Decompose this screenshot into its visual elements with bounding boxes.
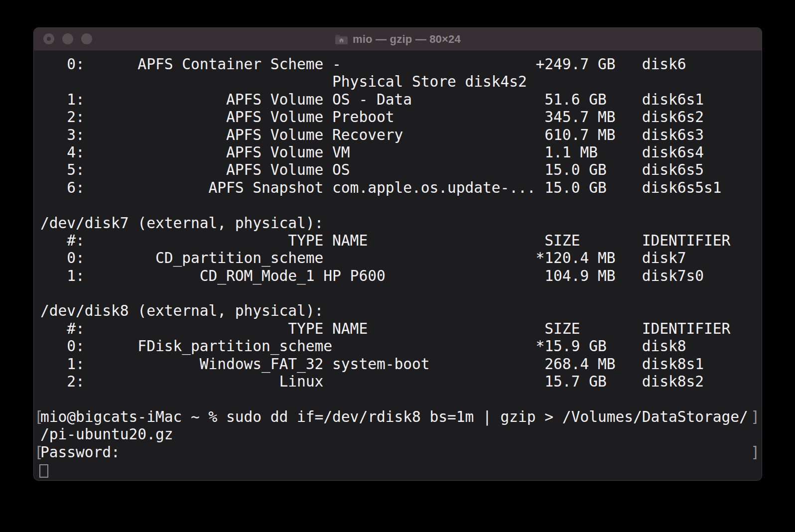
- terminal-line-text: 3: APFS Volume Recovery 610.7 MB disk6s3: [40, 127, 704, 143]
- terminal-line: 1: CD_ROM_Mode_1 HP P600 104.9 MB disk7s…: [40, 267, 762, 285]
- terminal-line: /pi-ubuntu20.gz: [40, 426, 762, 443]
- terminal-line: 1: APFS Volume OS - Data 51.6 GB disk6s1: [40, 91, 762, 109]
- terminal-line-text: #: TYPE NAME SIZE IDENTIFIER: [40, 320, 730, 337]
- home-folder-icon: [335, 34, 348, 45]
- zoom-button[interactable]: [81, 33, 92, 44]
- terminal-line-text: 5: APFS Volume OS 15.0 GB disk6s5: [40, 161, 704, 178]
- terminal-line-text: 0: CD_partition_scheme *120.4 MB disk7: [40, 250, 686, 266]
- terminal-line: 2: Linux 15.7 GB disk8s2: [40, 373, 762, 391]
- terminal-screen[interactable]: 0: APFS Container Scheme - +249.7 GB dis…: [34, 51, 762, 479]
- traffic-lights: [43, 33, 92, 44]
- titlebar[interactable]: mio — gzip — 80×24: [34, 28, 762, 51]
- terminal-line: Physical Store disk4s2: [40, 73, 762, 91]
- close-button[interactable]: [43, 33, 54, 44]
- terminal-line-text: #: TYPE NAME SIZE IDENTIFIER: [40, 232, 730, 249]
- terminal-line: [mio@bigcats-iMac ~ % sudo dd if=/dev/rd…: [40, 408, 762, 426]
- terminal-line-text: 2: APFS Volume Preboot 345.7 MB disk6s2: [40, 109, 704, 126]
- command-mark-right: ]: [751, 408, 760, 426]
- title-group: mio — gzip — 80×24: [335, 33, 461, 46]
- terminal-line-text: 2: Linux 15.7 GB disk8s2: [40, 373, 704, 390]
- terminal-line: /dev/disk7 (external, physical):: [40, 215, 762, 232]
- terminal-cursor: [39, 464, 48, 478]
- terminal-line: [40, 461, 762, 479]
- terminal-line: [40, 285, 762, 302]
- terminal-line-text: 1: Windows_FAT_32 system-boot 268.4 MB d…: [40, 356, 704, 373]
- command-mark-left: [: [34, 444, 43, 461]
- terminal-line: /dev/disk8 (external, physical):: [40, 302, 762, 320]
- terminal-line-text: Password:: [40, 444, 120, 461]
- terminal-line-text: 1: CD_ROM_Mode_1 HP P600 104.9 MB disk7s…: [40, 267, 704, 284]
- terminal-line: 0: APFS Container Scheme - +249.7 GB dis…: [40, 56, 762, 73]
- terminal-line: [40, 197, 762, 214]
- terminal-line-text: mio@bigcats-iMac ~ % sudo dd if=/dev/rdi…: [40, 408, 748, 425]
- terminal-line: 1: Windows_FAT_32 system-boot 268.4 MB d…: [40, 356, 762, 373]
- terminal-line-text: 4: APFS Volume VM 1.1 MB disk6s4: [40, 144, 704, 161]
- terminal-line: 2: APFS Volume Preboot 345.7 MB disk6s2: [40, 109, 762, 126]
- terminal-line: #: TYPE NAME SIZE IDENTIFIER: [40, 232, 762, 250]
- terminal-line: 0: CD_partition_scheme *120.4 MB disk7: [40, 250, 762, 267]
- terminal-line-text: 0: FDisk_partition_scheme *15.9 GB disk8: [40, 338, 686, 355]
- window-title: mio — gzip — 80×24: [353, 33, 461, 46]
- terminal-line: 5: APFS Volume OS 15.0 GB disk6s5: [40, 161, 762, 179]
- terminal-line: 3: APFS Volume Recovery 610.7 MB disk6s3: [40, 127, 762, 144]
- terminal-line-text: /pi-ubuntu20.gz: [40, 426, 173, 443]
- terminal-line-text: 0: APFS Container Scheme - +249.7 GB dis…: [40, 56, 686, 73]
- terminal-line: 0: FDisk_partition_scheme *15.9 GB disk8: [40, 338, 762, 355]
- terminal-line-text: /dev/disk8 (external, physical):: [40, 302, 323, 319]
- terminal-line-text: 1: APFS Volume OS - Data 51.6 GB disk6s1: [40, 91, 704, 108]
- terminal-line: [Password:]: [40, 444, 762, 461]
- terminal-line-text: 6: APFS Snapshot com.apple.os.update-...…: [40, 179, 722, 196]
- minimize-button[interactable]: [62, 33, 73, 44]
- terminal-line: 6: APFS Snapshot com.apple.os.update-...…: [40, 179, 762, 197]
- close-button-dot: [47, 37, 51, 41]
- terminal-line: [40, 391, 762, 408]
- terminal-line: 4: APFS Volume VM 1.1 MB disk6s4: [40, 144, 762, 161]
- terminal-line-text: Physical Store disk4s2: [40, 73, 527, 90]
- terminal-line-text: /dev/disk7 (external, physical):: [40, 215, 323, 232]
- terminal-line: #: TYPE NAME SIZE IDENTIFIER: [40, 320, 762, 338]
- terminal-window: mio — gzip — 80×24 0: APFS Container Sch…: [33, 27, 762, 481]
- command-mark-left: [: [34, 408, 43, 426]
- command-mark-right: ]: [751, 444, 760, 461]
